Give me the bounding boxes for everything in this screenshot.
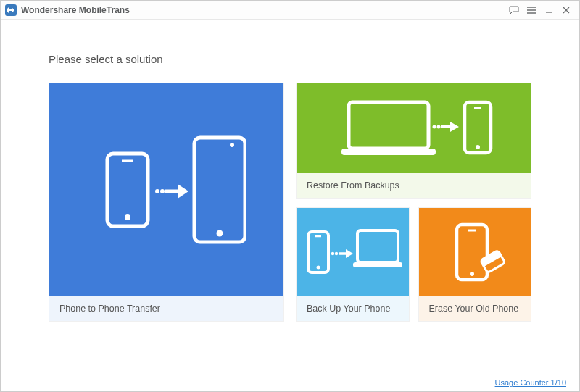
backup-icon <box>297 208 409 296</box>
svg-point-3 <box>155 189 160 193</box>
svg-point-15 <box>476 145 480 149</box>
backup-card[interactable]: Back Up Your Phone <box>296 207 410 322</box>
svg-rect-25 <box>457 225 487 280</box>
feedback-icon[interactable] <box>505 3 523 17</box>
svg-rect-10 <box>341 149 436 155</box>
phone-to-phone-label: Phone to Phone Transfer <box>49 296 283 321</box>
erase-card[interactable]: Erase Your Old Phone <box>418 207 532 322</box>
solutions-grid: Phone to Phone Transfer <box>21 83 559 322</box>
restore-card[interactable]: Restore From Backups <box>296 83 531 199</box>
svg-rect-23 <box>357 230 398 262</box>
usage-counter-link[interactable]: Usage Counter 1/10 <box>495 378 566 387</box>
svg-point-1 <box>125 214 130 220</box>
restore-label: Restore From Backups <box>297 173 531 198</box>
svg-rect-9 <box>349 102 428 149</box>
menu-icon[interactable] <box>523 3 540 17</box>
restore-icon <box>297 83 531 173</box>
svg-point-26 <box>470 272 474 276</box>
svg-rect-24 <box>353 262 402 267</box>
app-title: Wondershare MobileTrans <box>21 5 505 15</box>
svg-point-4 <box>160 189 165 193</box>
page-heading: Please select a solution <box>21 30 559 83</box>
svg-point-21 <box>335 252 338 255</box>
titlebar: Wondershare MobileTrans <box>1 1 579 20</box>
svg-point-12 <box>436 125 440 129</box>
app-logo <box>5 4 17 16</box>
svg-point-7 <box>216 230 223 237</box>
phone-to-phone-card[interactable]: Phone to Phone Transfer <box>49 83 284 322</box>
svg-point-20 <box>331 252 334 255</box>
erase-icon <box>419 208 531 296</box>
svg-point-8 <box>230 143 234 147</box>
svg-point-18 <box>317 266 320 270</box>
svg-point-11 <box>432 125 436 129</box>
svg-rect-6 <box>194 138 245 242</box>
erase-label: Erase Your Old Phone <box>419 296 531 321</box>
main-content: Please select a solution <box>1 20 579 322</box>
close-button[interactable] <box>558 3 575 17</box>
minimize-button[interactable] <box>540 3 558 17</box>
phone-to-phone-icon <box>49 83 283 296</box>
backup-label: Back Up Your Phone <box>297 296 409 321</box>
